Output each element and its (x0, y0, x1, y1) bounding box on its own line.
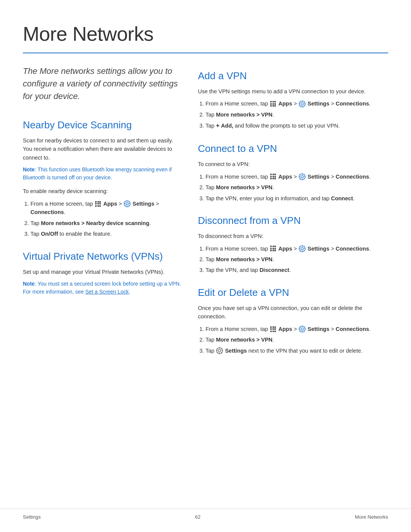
add-vpn-title: Add a VPN (198, 69, 388, 83)
connect-vpn-title: Connect to a VPN (198, 141, 388, 156)
svg-point-1 (126, 203, 128, 205)
edit-vpn-step-1: From a Home screen, tap Apps > (206, 325, 388, 333)
main-content: The More networks settings allow you to … (23, 65, 388, 366)
svg-line-36 (300, 246, 301, 247)
svg-line-49 (300, 331, 301, 331)
edit-vpn-step-2: Tap More networks > VPN. (206, 335, 388, 344)
svg-line-38 (304, 246, 304, 247)
apps-label-1: Apps (103, 201, 117, 207)
svg-point-11 (301, 102, 303, 105)
svg-point-31 (301, 248, 303, 250)
nearby-step-1: From a Home screen, tap Apps > (30, 200, 183, 217)
svg-line-17 (304, 105, 304, 106)
connections-label-1: Connections (30, 209, 64, 215)
settings-label-1: Settings (132, 201, 154, 207)
apps-grid-icon-3 (270, 174, 276, 179)
left-column: The More networks settings allow you to … (23, 65, 183, 366)
add-vpn-description: Use the VPN settings menu to add a VPN c… (198, 87, 388, 96)
svg-line-9 (125, 205, 126, 206)
note-label: Note (23, 166, 35, 173)
settings-icon-3 (299, 173, 306, 180)
apps-grid-icon-5 (270, 326, 276, 332)
svg-line-18 (304, 102, 304, 102)
footer: Settings 62 More Networks (0, 508, 411, 521)
disconnect-vpn-step-3: Tap the VPN, and tap Disconnect. (206, 266, 388, 274)
gear-icon-vpn (216, 347, 223, 354)
vpns-description: Set up and manage your Virtual Private N… (23, 268, 183, 276)
connect-vpn-intro: To connect to a VPN: (198, 160, 388, 168)
enable-heading: To enable nearby device scanning: (23, 187, 183, 195)
svg-line-7 (129, 205, 129, 206)
vpns-note-label: Note (23, 281, 35, 287)
connect-vpn-step-3: Tap the VPN, enter your log in informati… (206, 194, 388, 203)
right-column: Add a VPN Use the VPN settings menu to a… (198, 65, 388, 366)
svg-line-59 (218, 352, 218, 353)
svg-line-16 (300, 102, 301, 102)
disconnect-vpn-step-2: Tap More networks > VPN. (206, 255, 388, 264)
svg-line-56 (218, 348, 218, 349)
settings-icon-1 (124, 200, 131, 207)
footer-left: Settings (23, 513, 41, 521)
nearby-device-description: Scan for nearby devices to connect to an… (23, 136, 183, 162)
footer-right: More Networks (355, 513, 388, 521)
nearby-device-title: Nearby Device Scanning (23, 118, 183, 133)
svg-line-6 (125, 201, 126, 202)
svg-line-8 (129, 201, 129, 202)
footer-center: 62 (195, 513, 201, 521)
apps-grid-icon-4 (270, 246, 276, 251)
connect-vpn-section: Connect to a VPN To connect to a VPN: Fr… (198, 141, 388, 203)
vpns-note-body: : You must set a secured screen lock bef… (23, 281, 181, 295)
edit-vpn-step-3: Tap Settings (206, 347, 388, 355)
nearby-device-note: Note: This function uses Bluetooth low e… (23, 166, 183, 182)
add-vpn-steps: From a Home screen, tap Apps > (206, 99, 388, 131)
settings-icon-5 (299, 326, 306, 332)
connect-vpn-step-1: From a Home screen, tap Apps > (206, 173, 388, 181)
connect-vpn-step-2: Tap More networks > VPN. (206, 183, 388, 192)
settings-icon-4 (299, 245, 306, 252)
edit-vpn-description: Once you have set up a VPN connection, y… (198, 304, 388, 321)
svg-line-48 (304, 327, 304, 328)
svg-line-27 (304, 178, 304, 179)
add-vpn-step-1: From a Home screen, tap Apps > (206, 99, 388, 108)
intro-text: The More networks settings allow you to … (23, 65, 183, 102)
connect-vpn-steps: From a Home screen, tap Apps > (206, 173, 388, 203)
disconnect-vpn-step-1: From a Home screen, tap Apps > (206, 244, 388, 253)
svg-line-47 (304, 331, 304, 331)
svg-point-41 (301, 328, 303, 330)
edit-vpn-steps: From a Home screen, tap Apps > (206, 325, 388, 355)
nearby-device-section: Nearby Device Scanning Scan for nearby d… (23, 118, 183, 238)
svg-line-58 (221, 348, 222, 349)
disconnect-vpn-section: Disconnect from a VPN To disconnect from… (198, 213, 388, 275)
svg-line-57 (221, 352, 222, 353)
vpns-note: Note: You must set a secured screen lock… (23, 280, 183, 296)
svg-line-37 (304, 250, 304, 251)
add-vpn-step-2: Tap More networks > VPN. (206, 110, 388, 119)
svg-line-46 (300, 327, 301, 328)
screen-lock-link[interactable]: Set a Screen Lock (85, 289, 129, 295)
nearby-step-3: Tap On/Off to enable the feature. (30, 230, 183, 238)
settings-icon-2 (299, 101, 306, 107)
svg-point-21 (301, 176, 303, 178)
disconnect-vpn-title: Disconnect from a VPN (198, 213, 388, 228)
nearby-device-steps: From a Home screen, tap Apps > (30, 200, 183, 238)
apps-grid-icon-1 (95, 201, 101, 207)
apps-grid-icon-2 (270, 101, 276, 107)
svg-line-19 (300, 105, 301, 106)
svg-line-26 (300, 174, 301, 175)
page-title: More Networks (23, 19, 388, 49)
vpns-section: Virtual Private Networks (VPNs) Set up a… (23, 249, 183, 296)
title-divider (23, 53, 388, 53)
vpns-title: Virtual Private Networks (VPNs) (23, 249, 183, 264)
nearby-step-2: Tap More networks > Nearby device scanni… (30, 219, 183, 227)
svg-line-28 (304, 174, 304, 175)
svg-line-29 (300, 178, 301, 179)
edit-vpn-section: Edit or Delete a VPN Once you have set u… (198, 285, 388, 355)
edit-vpn-title: Edit or Delete a VPN (198, 285, 388, 300)
disconnect-vpn-steps: From a Home screen, tap Apps > (206, 244, 388, 275)
note-body: : This function uses Bluetooth low energ… (23, 166, 172, 181)
disconnect-vpn-intro: To disconnect from a VPN: (198, 232, 388, 240)
page-container: More Networks The More networks settings… (0, 0, 411, 396)
svg-line-39 (300, 250, 301, 251)
add-vpn-section: Add a VPN Use the VPN settings menu to a… (198, 69, 388, 131)
svg-point-51 (218, 350, 221, 352)
